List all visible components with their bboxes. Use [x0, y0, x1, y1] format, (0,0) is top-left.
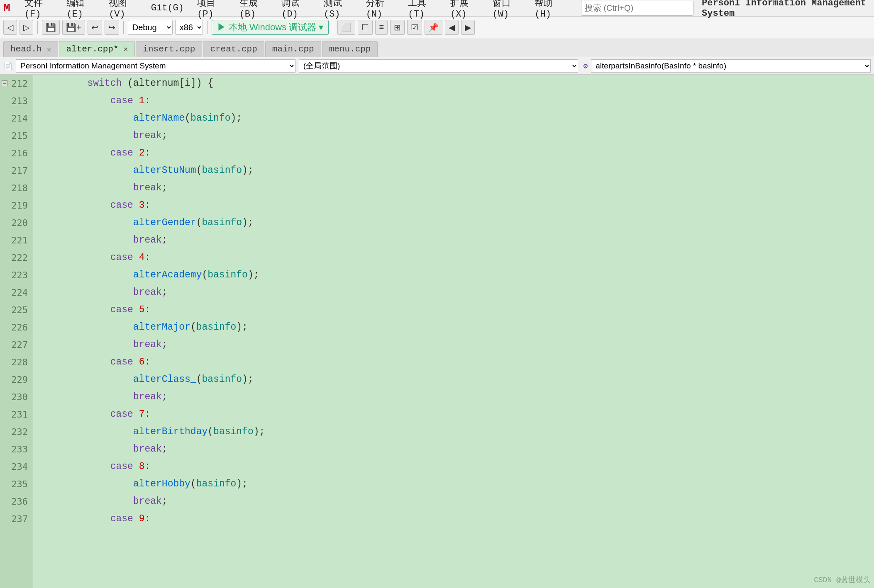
menu-edit[interactable]: 编辑(E) — [64, 0, 98, 21]
run-button[interactable]: ▶ 本地 Windows 调试器 ▾ — [212, 20, 329, 35]
menu-file[interactable]: 文件(F) — [22, 0, 56, 21]
toolbar-icon5[interactable]: ☑ — [407, 20, 422, 35]
code-line-232: alterBirthday(basinfo); — [33, 423, 874, 440]
line-number-222: 222 — [0, 249, 33, 266]
code-line-216: case 2: — [33, 144, 874, 162]
toolbar: ◁ ▷ 💾 💾+ ↩ ↪ Debug Release x86 x64 ▶ 本地 … — [0, 17, 874, 38]
vs-logo-icon: M — [3, 2, 10, 15]
code-line-227: break; — [33, 336, 874, 353]
app-title: PersonI Information Management System — [702, 0, 871, 19]
toolbar-icon7[interactable]: ◀ — [445, 20, 459, 35]
line-number-231: 231 — [0, 406, 33, 423]
tab-menucpp[interactable]: menu.cpp — [322, 41, 378, 57]
tab-insertcpp[interactable]: insert.cpp — [136, 41, 202, 57]
toolbar-icon4[interactable]: ⊞ — [390, 20, 405, 35]
toolbar-icon8[interactable]: ▶ — [461, 20, 475, 35]
watermark: CSDN @蓝世模头 — [814, 575, 871, 585]
back-button[interactable]: ◁ — [3, 20, 17, 35]
save-button[interactable]: 💾 — [42, 20, 60, 35]
scope-bar: 📄 PersonI Information Management System … — [0, 57, 874, 75]
code-line-217: alterStuNum(basinfo); — [33, 162, 874, 179]
function-icon: ⚙ — [583, 61, 588, 70]
tab-altercpp[interactable]: alter.cpp* ✕ — [59, 41, 135, 57]
code-line-220: alterGender(basinfo); — [33, 214, 874, 231]
menu-view[interactable]: 视图(V) — [106, 0, 140, 21]
code-line-236: break; — [33, 493, 874, 510]
sep1 — [37, 21, 38, 34]
code-line-218: break; — [33, 179, 874, 197]
line-number-219: 219 — [0, 197, 33, 214]
sep4 — [333, 21, 333, 34]
code-line-221: break; — [33, 231, 874, 249]
code-line-222: case 4: — [33, 249, 874, 266]
toolbar-icon6[interactable]: 📌 — [425, 20, 442, 35]
tab-creatcpp[interactable]: creat.cpp — [203, 41, 264, 57]
function-select[interactable]: alterpartsInBasinfo(BasInfo * basinfo) — [591, 59, 871, 73]
project-select[interactable]: PersonI Information Management System — [16, 59, 295, 73]
line-number-216: 216 — [0, 144, 33, 162]
code-line-215: break; — [33, 127, 874, 144]
code-area: −212213214215216217218219220221222223224… — [0, 75, 874, 588]
undo-button[interactable]: ↩ — [88, 20, 102, 35]
code-line-237: case 9: — [33, 510, 874, 527]
line-number-229: 229 — [0, 371, 33, 388]
line-number-214: 214 — [0, 109, 33, 127]
line-number-226: 226 — [0, 318, 33, 336]
collapse-icon-212[interactable]: − — [2, 80, 7, 86]
line-number-235: 235 — [0, 475, 33, 493]
platform-select[interactable]: x86 x64 — [175, 20, 203, 35]
menu-analyze[interactable]: 分析(N) — [364, 0, 398, 21]
menu-window[interactable]: 窗口(W) — [490, 0, 524, 21]
toolbar-icon3[interactable]: ≡ — [375, 20, 388, 35]
menu-debug[interactable]: 调试(D) — [279, 0, 313, 21]
line-number-212: −212 — [0, 75, 33, 92]
line-number-225: 225 — [0, 301, 33, 318]
menu-test[interactable]: 测试(S) — [321, 0, 355, 21]
code-line-235: alterHobby(basinfo); — [33, 475, 874, 493]
line-number-227: 227 — [0, 336, 33, 353]
sep3 — [207, 21, 208, 34]
menu-tools[interactable]: 工具(T) — [405, 0, 439, 21]
tabs-bar: head.h ✕ alter.cpp* ✕ insert.cpp creat.c… — [0, 38, 874, 57]
line-numbers-gutter: −212213214215216217218219220221222223224… — [0, 75, 33, 588]
tab-headh[interactable]: head.h ✕ — [3, 41, 58, 57]
tab-creatcpp-label: creat.cpp — [210, 44, 257, 54]
toolbar-icon1[interactable]: ⬜ — [337, 20, 355, 35]
save-all-button[interactable]: 💾+ — [62, 20, 85, 35]
code-content[interactable]: switch (alternum[i]) { case 1: alterName… — [33, 75, 874, 588]
line-number-218: 218 — [0, 179, 33, 197]
code-line-225: case 5: — [33, 301, 874, 318]
code-line-229: alterClass_(basinfo); — [33, 371, 874, 388]
menu-project[interactable]: 项目(P) — [195, 0, 229, 21]
code-line-226: alterMajor(basinfo); — [33, 318, 874, 336]
menu-git[interactable]: Git(G) — [149, 1, 186, 15]
scope-select[interactable]: (全局范围) — [299, 59, 579, 73]
tab-maincpp-label: main.cpp — [272, 44, 314, 54]
line-number-234: 234 — [0, 458, 33, 475]
redo-button[interactable]: ↪ — [105, 20, 119, 35]
tab-headh-close[interactable]: ✕ — [47, 45, 51, 54]
line-number-220: 220 — [0, 214, 33, 231]
tab-maincpp[interactable]: main.cpp — [265, 41, 321, 57]
code-line-212: switch (alternum[i]) { — [33, 75, 874, 92]
code-line-228: case 6: — [33, 353, 874, 371]
menu-help[interactable]: 帮助(H) — [532, 0, 566, 21]
code-line-214: alterName(basinfo); — [33, 109, 874, 127]
code-line-230: break; — [33, 388, 874, 406]
tab-altercpp-label: alter.cpp* — [66, 44, 118, 54]
code-line-234: case 8: — [33, 458, 874, 475]
tab-menucpp-label: menu.cpp — [329, 44, 371, 54]
forward-button[interactable]: ▷ — [20, 20, 33, 35]
debug-config-select[interactable]: Debug Release — [128, 20, 173, 35]
menu-bar: M 文件(F) 编辑(E) 视图(V) Git(G) 项目(P) 生成(B) 调… — [0, 0, 874, 17]
tab-altercpp-close[interactable]: ✕ — [124, 44, 128, 53]
search-input[interactable] — [581, 1, 693, 16]
menu-build[interactable]: 生成(B) — [237, 0, 271, 21]
menu-extensions[interactable]: 扩展(X) — [448, 0, 482, 21]
line-number-213: 213 — [0, 92, 33, 109]
line-number-224: 224 — [0, 284, 33, 301]
toolbar-icon2[interactable]: ☐ — [358, 20, 373, 35]
code-line-213: case 1: — [33, 92, 874, 109]
line-number-236: 236 — [0, 493, 33, 510]
tab-insertcpp-label: insert.cpp — [143, 44, 195, 54]
